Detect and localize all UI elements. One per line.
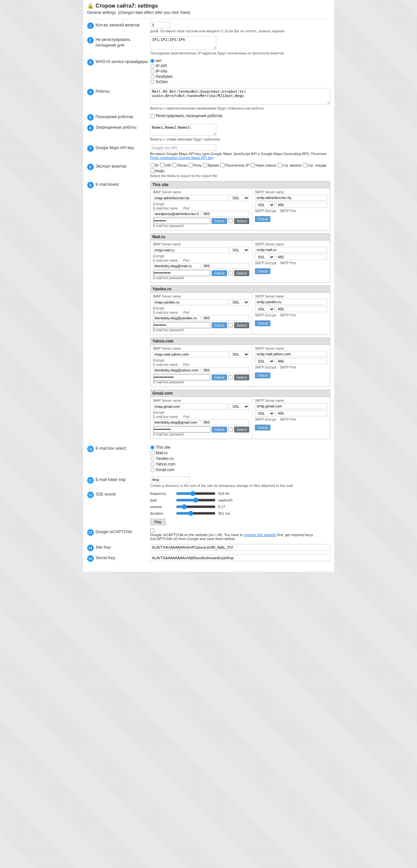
imap-check-thissite[interactable]: Check — [212, 218, 227, 224]
export-blacklist[interactable]: Черн.список — [250, 163, 276, 167]
imap-show-pass-mailru[interactable] — [229, 271, 233, 275]
smtp-check-gmail[interactable]: Check — [255, 425, 270, 431]
imap-select-thissite[interactable]: Select — [234, 218, 249, 224]
imap-show-pass-thissite[interactable] — [229, 219, 233, 223]
whois-option-geobytes[interactable]: Geobytes — [150, 74, 330, 79]
google-maps-api-input[interactable] — [150, 145, 216, 151]
email-box-yahoo[interactable]: Yahoo.com — [150, 462, 330, 466]
sse-type-slider[interactable] — [176, 497, 216, 503]
imap-select-gmail[interactable]: Select — [234, 427, 249, 433]
smtp-check-yandex[interactable]: Check — [255, 320, 270, 326]
smtp-ssl-yandex[interactable]: SSLTLS — [255, 306, 275, 312]
smtp-check-yahoo[interactable]: Check — [255, 372, 270, 378]
smtp-port-thissite[interactable] — [276, 202, 327, 208]
whois-option-ipapi[interactable]: IP-API — [150, 64, 330, 68]
imap-check-yahoo[interactable]: Check — [212, 374, 227, 380]
robots-textarea[interactable]: Mail.RU_Bot;YandexBot;Googlebot;bingbot;… — [150, 88, 330, 104]
smtp-port-yandex[interactable] — [276, 306, 327, 312]
export-role[interactable]: Роль — [188, 163, 202, 167]
google-maps-link[interactable]: Page registration Google Maps API key — [150, 156, 214, 160]
setting-label-1: Кол-во записей визитов: — [96, 22, 150, 28]
email-box-gmail[interactable]: Gmail.com — [150, 467, 330, 472]
smtp-check-mailru[interactable]: Check — [255, 268, 270, 274]
imap-show-pass-gmail[interactable] — [229, 427, 233, 432]
export-from-page[interactable]: стр. откуда — [303, 163, 326, 167]
imap-server-mailru[interactable] — [153, 247, 229, 253]
imap-box-name-thissite[interactable] — [153, 211, 201, 217]
imap-select-yahoo[interactable]: Select — [234, 374, 249, 380]
imap-select-mailru[interactable]: Select — [234, 270, 249, 276]
site-key-input[interactable] — [150, 544, 330, 551]
smtp-server-thissite[interactable] — [255, 195, 327, 200]
imap-check-yandex[interactable]: Check — [212, 322, 227, 328]
smtp-server-yahoo[interactable] — [255, 351, 327, 357]
export-uid[interactable]: UID — [160, 163, 171, 167]
imap-box-name-gmail[interactable] — [153, 419, 201, 425]
secret-key-input[interactable] — [150, 555, 330, 561]
sse-play-button[interactable]: Play — [150, 519, 166, 525]
imap-server-gmail[interactable] — [153, 403, 229, 409]
imap-port-mailru[interactable] — [202, 263, 249, 269]
robot-visits-checkbox[interactable] — [150, 114, 154, 118]
imap-port-yahoo[interactable] — [202, 367, 249, 373]
imap-show-pass-yandex[interactable] — [229, 323, 233, 327]
imap-ssl-yandex[interactable]: SSLTLS — [230, 299, 249, 306]
whois-option-ipinfo[interactable]: IP-Info — [150, 69, 330, 73]
banned-robots-textarea[interactable]: Name1;Name2;Name3; — [150, 124, 216, 135]
smtp-check-thissite[interactable]: Check — [255, 216, 270, 222]
export-login[interactable]: Логин — [172, 163, 187, 167]
export-info[interactable]: Инфо — [150, 168, 165, 173]
imap-box-name-mailru[interactable] — [153, 263, 201, 269]
imap-server-yandex[interactable] — [153, 299, 229, 305]
sse-duration-value: 361 ms — [218, 512, 230, 515]
export-id[interactable]: ID — [150, 163, 159, 167]
export-visitor-ip[interactable]: Посетитель IP — [220, 163, 249, 167]
imap-ssl-mailru[interactable]: SSLTLS — [230, 247, 249, 253]
email-box-yandex[interactable]: Yandex.ru — [150, 456, 330, 461]
smtp-ssl-gmail[interactable]: SSLTLS — [255, 410, 275, 417]
imap-ssl-yahoo[interactable]: SSLTLS — [230, 351, 249, 358]
whois-option-sxgeo[interactable]: SxGeo — [150, 80, 330, 84]
imap-password-mailru[interactable] — [153, 270, 210, 276]
imap-check-mailru[interactable]: Check — [212, 270, 227, 276]
export-time[interactable]: Время — [203, 163, 219, 167]
imap-port-thissite[interactable] — [202, 211, 249, 217]
visit-count-input[interactable] — [150, 22, 170, 28]
imap-show-pass-yahoo[interactable] — [229, 375, 233, 379]
imap-ssl-gmail[interactable]: SSLTLS — [230, 403, 249, 410]
imap-password-thissite[interactable] — [153, 218, 210, 224]
imap-port-gmail[interactable] — [202, 419, 249, 425]
sse-volume-slider[interactable] — [176, 504, 216, 509]
sse-duration-slider[interactable] — [176, 511, 216, 516]
imap-box-name-yandex[interactable] — [153, 315, 201, 321]
smtp-ssl-yahoo[interactable]: SSLTLS — [255, 358, 275, 365]
email-box-thissite[interactable]: This site — [150, 445, 330, 450]
smtp-ssl-mailru[interactable]: SSLTLS — [255, 254, 275, 260]
email-box-mailru[interactable]: Mail.ru — [150, 451, 330, 455]
no-register-ips-input[interactable]: IP1;IP2;IP3;IP4 — [150, 36, 216, 50]
imap-server-yahoo[interactable] — [153, 351, 229, 357]
smtp-port-gmail[interactable] — [276, 410, 327, 416]
recaptcha-link[interactable]: register this website — [244, 533, 276, 537]
email-folder-input[interactable] — [150, 476, 190, 483]
smtp-ssl-thissite[interactable]: SSLTLS — [255, 202, 275, 208]
imap-ssl-thissite[interactable]: SSLTLS — [230, 195, 249, 201]
smtp-server-mailru[interactable] — [255, 247, 327, 253]
google-maps-hint: Вставьте Google Maps API key (для Google… — [150, 152, 330, 160]
whois-option-net[interactable]: нет — [150, 58, 330, 63]
imap-password-gmail[interactable] — [153, 426, 210, 433]
smtp-port-yahoo[interactable] — [276, 358, 327, 364]
imap-port-yandex[interactable] — [202, 315, 249, 321]
imap-password-yandex[interactable] — [153, 322, 210, 328]
imap-check-gmail[interactable]: Check — [212, 427, 227, 433]
imap-server-thissite[interactable] — [153, 195, 229, 201]
smtp-server-yandex[interactable] — [255, 299, 327, 305]
sse-frequency-slider[interactable] — [176, 491, 216, 496]
imap-box-name-yahoo[interactable] — [153, 367, 201, 373]
smtp-server-gmail[interactable] — [255, 403, 327, 409]
imap-password-yahoo[interactable] — [153, 374, 210, 380]
export-visit-page[interactable]: стр. визита — [278, 163, 301, 167]
recaptcha-checkbox[interactable] — [150, 529, 154, 533]
imap-select-yandex[interactable]: Select — [234, 322, 249, 328]
smtp-port-mailru[interactable] — [276, 254, 327, 260]
